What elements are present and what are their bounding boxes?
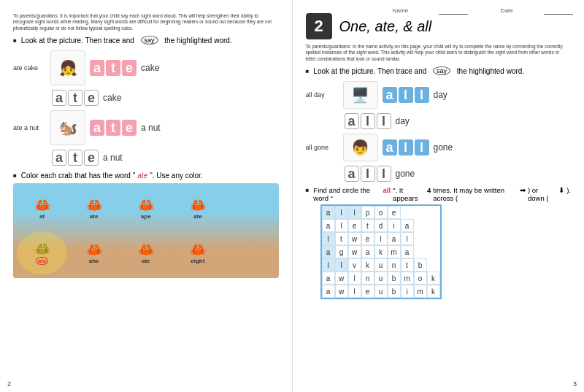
ate-tiles-outline-2: a t e	[52, 150, 99, 166]
tile-e2-outline: e	[84, 150, 99, 166]
date-line	[544, 7, 573, 15]
ws-l0b: l	[348, 206, 361, 219]
ws-t1: t	[361, 219, 374, 232]
crab-label-at: at	[39, 213, 45, 220]
tile-t-outline: t	[68, 90, 82, 106]
tile-a-gone: a	[383, 139, 397, 155]
ws-t2: t	[335, 232, 348, 245]
crab-ahe: 🦀 ahe	[69, 231, 119, 274]
ate-cake-trace-section: a t e cake	[13, 90, 279, 106]
ws-a6: a	[322, 285, 335, 298]
ws-p0: p	[361, 206, 374, 219]
day-word-2: day	[396, 116, 410, 126]
all-tiles-outline-2: a l l	[345, 166, 391, 182]
ws-row-6: a w l e u b i m k	[322, 285, 440, 298]
find-instruction: Find and circle the word "all". It appea…	[306, 186, 572, 202]
ate-red: ate	[137, 172, 147, 180]
crab-ate-3: 🦀 ate	[120, 231, 171, 274]
all-day-section: all day 🖥️ a l l day	[306, 81, 572, 109]
tile-l2-all-outline: l	[377, 113, 391, 129]
ws-i6: i	[401, 285, 414, 298]
all-gone-trace-section: a l l gone	[306, 166, 572, 182]
ws-k5: k	[427, 272, 440, 285]
ate-nut-label: ate a nut	[13, 124, 46, 131]
ate-cake-image: 👧	[50, 50, 85, 85]
ate-cake-label: ate cake	[13, 64, 46, 72]
all-day-image: 🖥️	[343, 81, 378, 109]
ws-l2c: l	[401, 232, 414, 245]
tile-l2-gone: l	[415, 139, 429, 155]
all-gone-label: all gone	[306, 144, 339, 151]
arrow-right-icon: ➡	[520, 186, 526, 194]
crab-at: 🦀 at	[17, 187, 67, 230]
crab-grid: 🦀 at 🦀 ate 🦀 ape 🦀 ate	[17, 187, 275, 274]
ate-nut-section: ate a nut 🐿️ a t e a nut	[13, 110, 279, 145]
say-circle-left: say	[141, 36, 158, 45]
tile-t: t	[106, 60, 120, 76]
ws-e0: e	[388, 206, 401, 219]
name-line	[439, 7, 468, 15]
ws-l6: l	[348, 285, 361, 298]
tile-a: a	[90, 60, 104, 76]
page-number-right: 3	[573, 380, 577, 388]
crab-scene: 🦀 at 🦀 ate 🦀 ape 🦀 ate	[13, 183, 279, 278]
crab-label-ape: ape	[141, 213, 151, 220]
all-day-trace-section: a l l day	[306, 113, 572, 129]
ws-a1: a	[322, 219, 335, 232]
ws-i1: i	[388, 219, 401, 232]
ws-e6: e	[361, 285, 374, 298]
ws-u5: u	[374, 272, 388, 285]
ws-b5: b	[388, 272, 401, 285]
ws-a1b: a	[401, 219, 414, 232]
left-page: To parents/guardians: It is important th…	[0, 0, 293, 392]
ws-b4: b	[414, 258, 427, 272]
cake-word-2: cake	[103, 93, 121, 103]
crab-label-ate2: ate	[193, 213, 202, 220]
tile-e2: e	[122, 120, 137, 136]
ws-a3: a	[322, 245, 335, 258]
ws-w6: w	[335, 285, 348, 298]
ate-tiles-pink-2: a t e	[90, 120, 137, 136]
book-spread: To parents/guardians: It is important th…	[0, 0, 584, 392]
page-title-right: One, ate, & all	[339, 18, 432, 35]
instruction-text-left: Look at the picture. Then trace and	[21, 36, 134, 45]
all-tiles-outline-1: a l l	[345, 113, 391, 129]
ws-a0: a	[322, 206, 335, 219]
say-circle-right: say	[433, 66, 450, 75]
tile-a2-outline: a	[52, 150, 66, 166]
ws-row-3: a g w a k m a	[322, 245, 440, 258]
ws-a3c: a	[401, 245, 414, 258]
ws-k6: k	[427, 285, 440, 298]
tile-l2-all: l	[415, 87, 429, 103]
tile-l1-gone-outline: l	[361, 166, 375, 182]
crab-label-ate3: ate	[142, 258, 150, 264]
ws-m3: m	[388, 245, 401, 258]
tile-l1-gone: l	[399, 139, 413, 155]
all-red: all	[383, 186, 391, 194]
number-badge: 2	[306, 13, 332, 39]
ws-u6: u	[374, 285, 388, 298]
ws-m5: m	[401, 272, 414, 285]
ws-w5: w	[335, 272, 348, 285]
all-day-label: all day	[306, 91, 339, 99]
ws-g3: g	[335, 245, 348, 258]
ate-tiles-pink: a t e	[90, 60, 137, 76]
crab-emoji-1: 🦀	[34, 197, 50, 213]
ws-d1: d	[374, 219, 388, 232]
tile-t2: t	[106, 120, 120, 136]
gone-word-2: gone	[396, 169, 415, 179]
instruction-left: Look at the picture. Then trace and say …	[13, 36, 279, 45]
tile-a-all: a	[383, 87, 397, 103]
ws-l4b: l	[335, 258, 348, 272]
ws-t4: t	[401, 258, 414, 272]
crab-emoji-6: 🦀	[86, 242, 102, 258]
tile-l1-all: l	[399, 87, 413, 103]
instruction-end-left: the highlighted word.	[164, 36, 231, 45]
ws-row-4: l l v k u n t b	[322, 258, 440, 272]
day-word-1: day	[434, 90, 447, 100]
wordsearch-grid: a l l p o e a l e t d i a l t w e l	[320, 204, 442, 299]
crab-emoji-3: 🦀	[138, 197, 154, 213]
ws-row-5: a w l n u b m o k	[322, 272, 440, 285]
tile-t2-outline: t	[68, 150, 82, 166]
ws-a2: a	[388, 232, 401, 245]
